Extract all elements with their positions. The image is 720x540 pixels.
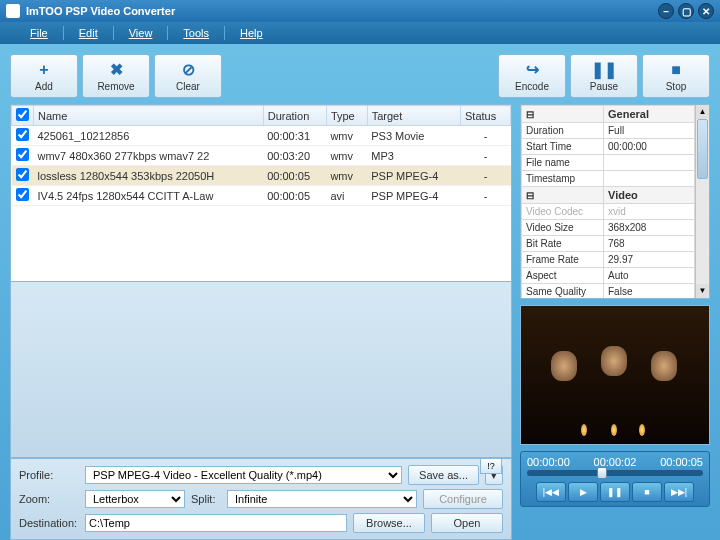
prop-row[interactable]: Bit Rate768 [522, 236, 695, 252]
prop-row[interactable]: Timestamp [522, 171, 695, 187]
zoom-label: Zoom: [19, 493, 79, 505]
row-checkbox[interactable] [16, 168, 29, 181]
cell-target: PSP MPEG-4 [367, 166, 460, 186]
prop-key: Start Time [522, 139, 604, 155]
prop-row[interactable]: Frame Rate29.97 [522, 252, 695, 268]
maximize-button[interactable]: ▢ [678, 3, 694, 19]
menu-view[interactable]: View [114, 27, 168, 39]
table-row[interactable]: IV4.5 24fps 1280x544 CCITT A-Law00:00:05… [12, 186, 511, 206]
remove-button-icon: ✖ [110, 60, 123, 79]
profile-select[interactable]: PSP MPEG-4 Video - Excellent Quality (*.… [85, 466, 402, 484]
stop-player-button[interactable]: ■ [632, 482, 662, 502]
pause-button[interactable]: ❚❚Pause [570, 54, 638, 98]
menu-file[interactable]: File [15, 27, 63, 39]
menu-help[interactable]: Help [225, 27, 278, 39]
clear-button[interactable]: ⊘Clear [154, 54, 222, 98]
dest-input[interactable] [85, 514, 347, 532]
col-duration[interactable]: Duration [263, 106, 326, 126]
encode-button[interactable]: ↪Encode [498, 54, 566, 98]
prop-value[interactable]: xvid [604, 204, 695, 220]
cell-name: lossless 1280x544 353kbps 22050H [34, 166, 264, 186]
profile-label: Profile: [19, 469, 79, 481]
prop-row[interactable]: DurationFull [522, 123, 695, 139]
group-toggle[interactable]: ⊟ [522, 106, 604, 123]
col-status[interactable]: Status [461, 106, 511, 126]
col-name[interactable]: Name [34, 106, 264, 126]
properties-scrollbar[interactable]: ▲ ▼ [695, 105, 709, 298]
cell-name: IV4.5 24fps 1280x544 CCITT A-Law [34, 186, 264, 206]
saveas-button[interactable]: Save as... [408, 465, 479, 485]
group-name: General [604, 106, 695, 123]
scroll-thumb[interactable] [697, 119, 708, 179]
prop-value[interactable]: 368x208 [604, 220, 695, 236]
clear-button-label: Clear [176, 81, 200, 92]
select-all-checkbox[interactable] [16, 108, 29, 121]
time-end: 00:00:05 [660, 456, 703, 468]
open-button[interactable]: Open [431, 513, 503, 533]
browse-button[interactable]: Browse... [353, 513, 425, 533]
table-row[interactable]: wmv7 480x360 277kbps wmav7 2200:03:20wmv… [12, 146, 511, 166]
pause-player-button[interactable]: ❚❚ [600, 482, 630, 502]
prop-key: Video Codec [522, 204, 604, 220]
cell-target: MP3 [367, 146, 460, 166]
table-row[interactable]: lossless 1280x544 353kbps 22050H00:00:05… [12, 166, 511, 186]
cell-status: - [461, 126, 511, 146]
pause-button-icon: ❚❚ [591, 60, 617, 79]
prop-value[interactable]: 29.97 [604, 252, 695, 268]
prop-row[interactable]: File name [522, 155, 695, 171]
prop-value[interactable]: False [604, 284, 695, 300]
prop-key: Bit Rate [522, 236, 604, 252]
cell-target: PSP MPEG-4 [367, 186, 460, 206]
col-type[interactable]: Type [326, 106, 367, 126]
prev-button[interactable]: |◀◀ [536, 482, 566, 502]
cell-type: wmv [326, 146, 367, 166]
prop-value[interactable]: Full [604, 123, 695, 139]
help-hint-button[interactable]: !? [480, 458, 502, 474]
prop-value[interactable] [604, 155, 695, 171]
menu-tools[interactable]: Tools [168, 27, 224, 39]
next-button[interactable]: ▶▶| [664, 482, 694, 502]
minimize-button[interactable]: – [658, 3, 674, 19]
remove-button[interactable]: ✖Remove [82, 54, 150, 98]
file-list[interactable]: NameDurationTypeTargetStatus 425061_1021… [10, 104, 512, 282]
scroll-down-icon[interactable]: ▼ [696, 284, 709, 298]
cell-duration: 00:03:20 [263, 146, 326, 166]
scroll-up-icon[interactable]: ▲ [696, 105, 709, 119]
configure-button[interactable]: Configure [423, 489, 503, 509]
cell-status: - [461, 166, 511, 186]
seek-slider[interactable] [527, 470, 703, 476]
play-button[interactable]: ▶ [568, 482, 598, 502]
prop-value[interactable]: Auto [604, 268, 695, 284]
menu-edit[interactable]: Edit [64, 27, 113, 39]
prop-row[interactable]: Video Codecxvid [522, 204, 695, 220]
table-row[interactable]: 425061_1021285600:00:31wmvPS3 Movie- [12, 126, 511, 146]
prop-row[interactable]: Video Size368x208 [522, 220, 695, 236]
prop-value[interactable]: 00:00:00 [604, 139, 695, 155]
split-label: Split: [191, 493, 221, 505]
col-target[interactable]: Target [367, 106, 460, 126]
prop-value[interactable]: 768 [604, 236, 695, 252]
prop-value[interactable] [604, 171, 695, 187]
row-checkbox[interactable] [16, 188, 29, 201]
stop-button[interactable]: ■Stop [642, 54, 710, 98]
prop-row[interactable]: Same QualityFalse [522, 284, 695, 300]
cell-name: wmv7 480x360 277kbps wmav7 22 [34, 146, 264, 166]
add-button[interactable]: +Add [10, 54, 78, 98]
close-button[interactable]: ✕ [698, 3, 714, 19]
group-toggle[interactable]: ⊟ [522, 187, 604, 204]
prop-row[interactable]: Start Time00:00:00 [522, 139, 695, 155]
cell-status: - [461, 186, 511, 206]
cell-status: - [461, 146, 511, 166]
pause-button-label: Pause [590, 81, 618, 92]
split-select[interactable]: Infinite [227, 490, 417, 508]
prop-row[interactable]: AspectAuto [522, 268, 695, 284]
seek-knob[interactable] [597, 467, 607, 479]
zoom-select[interactable]: Letterbox [85, 490, 185, 508]
dest-label: Destination: [19, 517, 79, 529]
video-preview[interactable] [520, 305, 710, 445]
row-checkbox[interactable] [16, 148, 29, 161]
properties-panel: ⊟GeneralDurationFullStart Time00:00:00Fi… [520, 104, 710, 299]
clear-button-icon: ⊘ [182, 60, 195, 79]
row-checkbox[interactable] [16, 128, 29, 141]
cell-duration: 00:00:31 [263, 126, 326, 146]
